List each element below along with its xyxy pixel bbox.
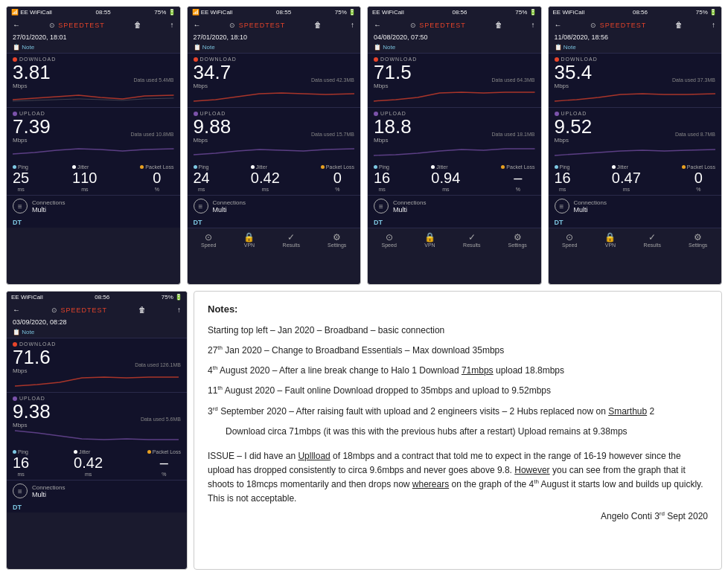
share-icon-2[interactable]: ↑ bbox=[351, 21, 354, 29]
status-bar-2: 📶 EE WiFiCall 08:55 75% 🔋 bbox=[188, 7, 361, 18]
nav-vpn-2[interactable]: 🔒VPN bbox=[243, 232, 255, 248]
jitter-item-1: Jitter 110 ms bbox=[72, 164, 97, 192]
pl-label-3: Packet Loss bbox=[506, 164, 534, 170]
back-icon-5[interactable]: ← bbox=[13, 306, 20, 314]
connections-icon-3: ≡ bbox=[374, 199, 389, 213]
speedtest-logo-1: ⊙ SPEEDTEST bbox=[49, 22, 105, 29]
header-2: ← ⊙ SPEEDTEST 🗑 ↑ bbox=[188, 18, 361, 32]
notes-line-3: 4th August 2020 – After a line break cha… bbox=[208, 364, 708, 378]
pl-label-4: Packet Loss bbox=[687, 164, 715, 170]
date-2: 27/01/2020, 18:10 bbox=[188, 32, 361, 42]
pl-unit-3: % bbox=[501, 187, 534, 192]
nav-speed-4[interactable]: ⊙Speed bbox=[562, 232, 577, 248]
back-icon-4[interactable]: ← bbox=[555, 21, 562, 29]
carrier-5: EE WiFiCall bbox=[11, 294, 43, 301]
pl-item-4: Packet Loss 0 % bbox=[682, 164, 715, 192]
connections-icon-5: ≡ bbox=[13, 483, 28, 498]
ping-item-3: Ping 16 ms bbox=[374, 164, 390, 192]
ping-item-1: Ping 25 ms bbox=[13, 164, 29, 192]
battery-1: 75% 🔋 bbox=[154, 9, 175, 16]
connections-row-1: ≡ Connections Multi bbox=[7, 195, 180, 216]
nav-vpn-4[interactable]: 🔒VPN bbox=[604, 232, 616, 248]
back-icon-3[interactable]: ← bbox=[374, 21, 381, 29]
nav-settings-2[interactable]: ⚙Settings bbox=[328, 232, 346, 248]
upload-section-5: UPLOAD 9.38 Data used 5.6MB Mbps bbox=[7, 392, 187, 446]
ping-label-1: Ping bbox=[18, 164, 28, 170]
battery-3: 75% 🔋 bbox=[515, 9, 536, 16]
delete-icon-1[interactable]: 🗑 bbox=[134, 21, 141, 29]
connections-label-2: Connections bbox=[213, 199, 246, 206]
share-icon-1[interactable]: ↑ bbox=[170, 21, 173, 29]
operator-logo-2: DT bbox=[194, 219, 202, 226]
operator-row-3: DT bbox=[368, 216, 541, 228]
download-unit-5: Mbps bbox=[13, 367, 181, 374]
ping-value-5: 16 bbox=[13, 454, 29, 472]
date-4: 11/08/2020, 18:56 bbox=[549, 32, 722, 42]
share-icon-5[interactable]: ↑ bbox=[177, 306, 181, 314]
operator-row-5: DT bbox=[7, 501, 187, 512]
ping-unit-4: ms bbox=[555, 187, 571, 192]
download-section-3: DOWNLOAD 71.5 Data used 64.3MB Mbps bbox=[368, 53, 541, 107]
nav-speed-3[interactable]: ⊙Speed bbox=[382, 232, 397, 248]
status-bar-4: EE WiFiCall 08:56 75% 🔋 bbox=[549, 7, 722, 18]
operator-logo-5: DT bbox=[13, 504, 22, 511]
nav-results-3[interactable]: ✓Results bbox=[463, 232, 480, 248]
delete-icon-5[interactable]: 🗑 bbox=[138, 306, 146, 314]
note-btn-5[interactable]: 📋 Note bbox=[13, 329, 34, 335]
back-icon-1[interactable]: ← bbox=[13, 21, 20, 29]
bottom-row: EE WiFiCall 08:56 75% 🔋 ← ⊙ SPEEDTEST 🗑 … bbox=[6, 291, 722, 570]
nav-results-4[interactable]: ✓Results bbox=[644, 232, 661, 248]
notes-title: Notes: bbox=[208, 302, 708, 318]
pl-item-1: Packet Loss 0 % bbox=[140, 164, 173, 192]
nav-settings-4[interactable]: ⚙Settings bbox=[689, 232, 707, 248]
operator-row-4: DT bbox=[549, 216, 722, 228]
delete-icon-4[interactable]: 🗑 bbox=[675, 21, 683, 29]
carrier-2: 📶 EE WiFiCall bbox=[192, 9, 233, 16]
time-5: 08:56 bbox=[95, 294, 109, 301]
carrier-3: EE WiFiCall bbox=[372, 9, 404, 16]
broadband-text: Broadband bbox=[325, 325, 368, 335]
jitter-value-2: 0.42 bbox=[251, 170, 280, 187]
upload-data-3: Data used 18.1MB bbox=[492, 132, 535, 137]
download-value-4: 35.4 bbox=[555, 62, 593, 82]
note-btn-4[interactable]: 📋 Note bbox=[555, 44, 576, 51]
nav-results-2[interactable]: ✓Results bbox=[283, 232, 300, 248]
connections-row-2: ≡ Connections Multi bbox=[188, 195, 361, 216]
nav-speed-2[interactable]: ⊙Speed bbox=[201, 232, 216, 248]
pl-value-4: 0 bbox=[682, 170, 715, 187]
jitter-value-4: 0.47 bbox=[612, 170, 641, 187]
nav-vpn-3[interactable]: 🔒VPN bbox=[424, 232, 435, 248]
connections-label-1: Connections bbox=[32, 199, 65, 206]
phone-card-1: 📶 EE WiFiCall 08:55 75% 🔋 ← ⊙ SPEEDTEST … bbox=[6, 6, 181, 285]
share-icon-3[interactable]: ↑ bbox=[531, 21, 534, 29]
note-btn-3[interactable]: 📋 Note bbox=[374, 44, 395, 51]
upload-unit-5: Mbps bbox=[13, 422, 181, 428]
download-section-2: DOWNLOAD 34.7 Data used 42.3MB Mbps bbox=[188, 53, 361, 107]
phone-card-5: EE WiFiCall 08:56 75% 🔋 ← ⊙ SPEEDTEST 🗑 … bbox=[6, 291, 188, 570]
delete-icon-3[interactable]: 🗑 bbox=[495, 21, 502, 29]
note-btn-2[interactable]: 📋 Note bbox=[194, 44, 215, 51]
back-icon-2[interactable]: ← bbox=[194, 21, 201, 29]
ping-label-5: Ping bbox=[18, 449, 28, 454]
time-1: 08:55 bbox=[96, 9, 111, 16]
bottom-nav-3: ⊙Speed 🔒VPN ✓Results ⚙Settings bbox=[368, 228, 541, 251]
note-btn-1[interactable]: 📋 Note bbox=[13, 44, 34, 51]
status-bar-3: EE WiFiCall 08:56 75% 🔋 bbox=[368, 7, 541, 18]
header-3: ← ⊙ SPEEDTEST 🗑 ↑ bbox=[368, 18, 541, 32]
delete-icon-2[interactable]: 🗑 bbox=[314, 21, 322, 29]
operator-row-2: DT bbox=[188, 216, 361, 228]
download-sparkline-2 bbox=[194, 89, 355, 103]
download-section-1: DOWNLOAD 3.81 Data used 5.4MB Mbps bbox=[7, 53, 180, 107]
nav-settings-3[interactable]: ⚙Settings bbox=[508, 232, 527, 248]
header-5: ← ⊙ SPEEDTEST 🗑 ↑ bbox=[7, 303, 187, 317]
share-icon-4[interactable]: ↑ bbox=[712, 21, 715, 29]
ping-row-5: Ping 16 ms Jitter 0.42 ms Packet Loss – … bbox=[7, 446, 187, 480]
jitter-unit-2: ms bbox=[251, 187, 280, 192]
upload-sparkline-3 bbox=[374, 144, 535, 157]
upload-data-2: Data used 15.7MB bbox=[311, 132, 354, 137]
connections-icon-2: ≡ bbox=[194, 199, 208, 213]
header-1: ← ⊙ SPEEDTEST 🗑 ↑ bbox=[7, 18, 180, 32]
carrier-1: 📶 EE WiFiCall bbox=[11, 9, 52, 16]
upload-value-3: 18.8 bbox=[374, 117, 412, 136]
ping-unit-2: ms bbox=[194, 187, 210, 192]
